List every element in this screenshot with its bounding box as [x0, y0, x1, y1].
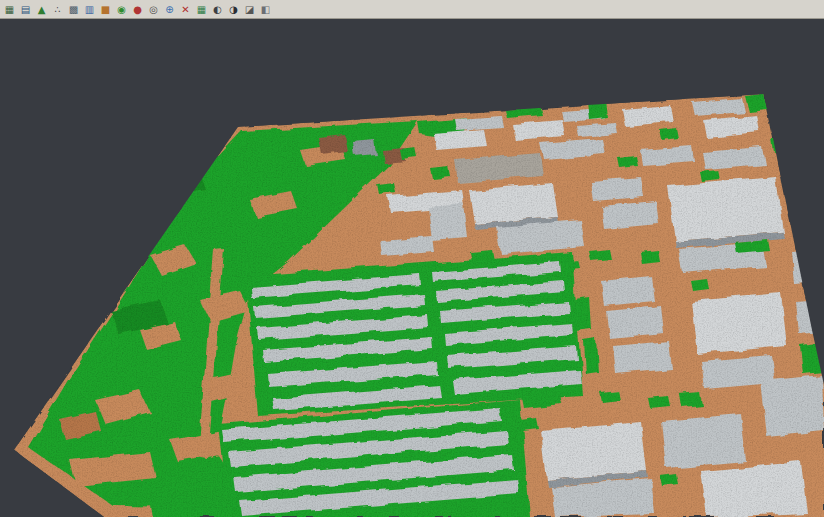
image-layers-icon[interactable]: ▤ [19, 3, 32, 16]
close-icon[interactable]: ✕ [179, 3, 192, 16]
database-icon[interactable]: ▥ [83, 3, 96, 16]
record-icon[interactable]: ● [131, 3, 144, 16]
target-icon[interactable]: ◎ [147, 3, 160, 16]
histogram-icon[interactable]: ◪ [243, 3, 256, 16]
scene-3d-pointcloud[interactable] [0, 0, 824, 517]
pointcloud-icon[interactable]: ∴ [51, 3, 64, 16]
viewport-3d[interactable] [0, 0, 824, 517]
grid-view-icon[interactable]: ▦ [3, 3, 16, 16]
terrain-icon[interactable]: ▲ [35, 3, 48, 16]
sphere-icon[interactable]: ◑ [227, 3, 240, 16]
classification-grid-icon[interactable]: ▦ [195, 3, 208, 16]
camera-icon[interactable]: ◧ [259, 3, 272, 16]
application-window: ▦▤▲∴▩▥■◉●◎⊕✕▦◐◑◪◧ [0, 0, 824, 517]
globe-icon[interactable]: ◐ [211, 3, 224, 16]
refresh-icon[interactable]: ◉ [115, 3, 128, 16]
add-icon[interactable]: ⊕ [163, 3, 176, 16]
mesh-icon[interactable]: ▩ [67, 3, 80, 16]
crate-icon[interactable]: ■ [99, 3, 112, 16]
toolbar: ▦▤▲∴▩▥■◉●◎⊕✕▦◐◑◪◧ [0, 0, 824, 19]
